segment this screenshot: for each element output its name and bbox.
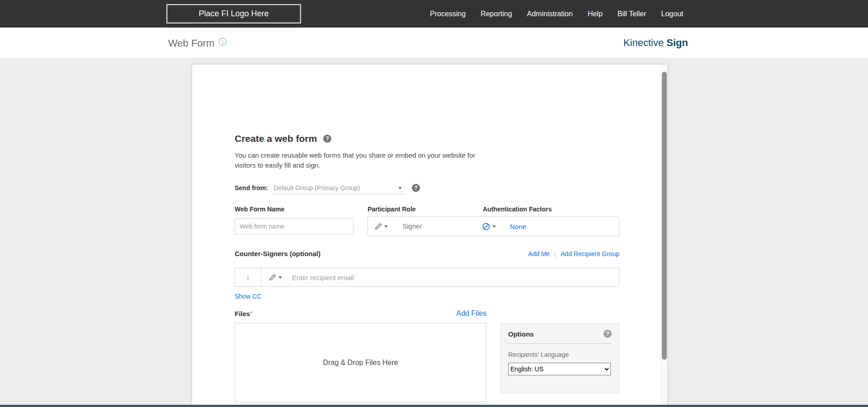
- nav-item-administration[interactable]: Administration: [527, 10, 573, 18]
- link-divider: |: [554, 250, 556, 257]
- chevron-down-icon: [492, 225, 496, 228]
- webform-panel: Create a web form ? You can create reusa…: [192, 65, 667, 407]
- auth-selector-dropdown[interactable]: [482, 222, 496, 231]
- participant-row: Signer None: [368, 216, 619, 236]
- column-header-auth-factors: Authentication Factors: [483, 206, 552, 213]
- send-from-label: Send from:: [235, 184, 268, 192]
- add-files-link[interactable]: Add Files: [456, 309, 486, 318]
- send-from-value: Default Group (Primary Group): [272, 184, 360, 192]
- webform-name-input[interactable]: [235, 218, 354, 234]
- recipient-index: 1: [235, 268, 261, 286]
- add-me-link[interactable]: Add Me: [528, 250, 550, 257]
- files-label: Files*: [235, 310, 252, 318]
- webform-description: You can create reusable web forms that y…: [235, 150, 481, 170]
- sub-header: Web Form i Kinective Sign: [0, 28, 868, 59]
- chevron-down-icon: [278, 276, 282, 279]
- brand-logo: Kinective Sign: [623, 37, 688, 49]
- top-bar: Place FI Logo Here Processing Reporting …: [0, 0, 868, 28]
- column-header-webform-name: Web Form Name: [235, 206, 284, 213]
- brand-name: Kinective: [623, 37, 664, 48]
- recipients-language-label: Recipients' Language: [508, 351, 612, 358]
- nav-item-logout[interactable]: Logout: [661, 10, 684, 18]
- column-header-participant-role: Participant Role: [368, 206, 416, 213]
- chevron-down-icon: [398, 187, 402, 189]
- page-title: Web Form: [168, 37, 214, 49]
- create-webform-heading: Create a web form: [235, 133, 317, 144]
- top-navigation: Processing Reporting Administration Help…: [430, 0, 683, 28]
- role-selector-dropdown[interactable]: [374, 222, 388, 230]
- pen-icon: [269, 273, 277, 281]
- show-cc-link[interactable]: Show CC: [235, 293, 261, 300]
- nav-item-processing[interactable]: Processing: [430, 10, 466, 18]
- recipient-email-input[interactable]: [292, 268, 619, 286]
- options-title: Options: [508, 330, 534, 338]
- help-icon-send-from[interactable]: ?: [412, 184, 420, 192]
- dropzone-text: Drag & Drop Files Here: [323, 359, 398, 367]
- auth-factor-value[interactable]: None: [510, 223, 526, 230]
- brand-suffix: Sign: [666, 37, 688, 48]
- nav-item-bill-teller[interactable]: Bill Teller: [618, 10, 646, 18]
- add-recipient-group-link[interactable]: Add Recipient Group: [561, 250, 619, 257]
- fi-logo-text: Place FI Logo Here: [198, 9, 269, 19]
- required-asterisk: *: [250, 310, 252, 317]
- info-icon[interactable]: i: [219, 38, 226, 46]
- send-from-dropdown[interactable]: Default Group (Primary Group): [272, 182, 405, 194]
- options-panel: Options ? Recipients' Language English: …: [500, 323, 619, 393]
- panel-scrollbar[interactable]: [660, 65, 667, 407]
- window-bottom-edge: [0, 405, 868, 407]
- main-area: Create a web form ? You can create reusa…: [0, 59, 868, 407]
- fi-logo-placeholder: Place FI Logo Here: [166, 4, 301, 23]
- file-dropzone[interactable]: Drag & Drop Files Here: [235, 323, 486, 402]
- help-icon-options[interactable]: ?: [604, 330, 612, 338]
- counter-signers-label: Counter-Signers (optional): [235, 250, 321, 257]
- recipient-role-dropdown[interactable]: [269, 273, 282, 281]
- nav-item-help[interactable]: Help: [588, 10, 603, 18]
- help-icon-heading[interactable]: ?: [323, 135, 331, 143]
- no-auth-icon: [482, 222, 491, 231]
- language-select[interactable]: English: US: [508, 363, 611, 375]
- scrollbar-thumb[interactable]: [662, 72, 667, 360]
- nav-item-reporting[interactable]: Reporting: [481, 10, 512, 18]
- options-divider: [508, 343, 612, 344]
- chevron-down-icon: [384, 225, 388, 228]
- counter-signer-row: 1: [235, 268, 619, 287]
- pen-icon: [374, 222, 382, 230]
- participant-role-value: Signer: [402, 222, 422, 230]
